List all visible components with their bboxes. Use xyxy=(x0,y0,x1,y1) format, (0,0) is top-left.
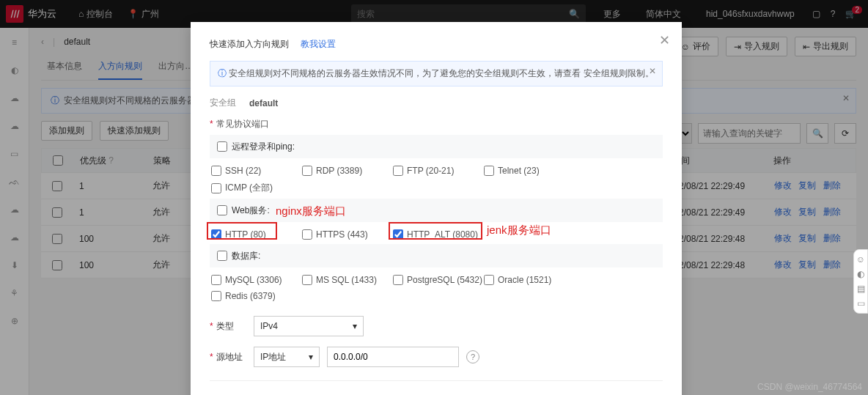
port-checkbox[interactable] xyxy=(393,229,403,240)
port-option: Oracle (1521) xyxy=(484,272,575,288)
close-icon[interactable]: ✕ xyxy=(649,66,656,76)
src-label: 源地址 xyxy=(216,352,243,362)
port-label: FTP (20-21) xyxy=(407,166,454,176)
port-option: ICMP (全部) xyxy=(211,179,302,197)
port-checkbox[interactable] xyxy=(393,275,403,285)
port-option: HTTPS (443) xyxy=(302,226,393,243)
port-checkbox[interactable] xyxy=(302,229,312,240)
teach-link[interactable]: 教我设置 xyxy=(301,39,336,49)
port-label: HTTPS (443) xyxy=(316,229,368,240)
port-checkbox[interactable] xyxy=(484,166,494,176)
port-checkbox[interactable] xyxy=(484,275,494,285)
ports-label: 常见协议端口 xyxy=(216,119,269,129)
modal-title: 快速添加入方向规则 教我设置 xyxy=(210,37,663,51)
limit-link[interactable]: 安全组规则限制。 xyxy=(584,68,654,78)
port-label: HTTP (80) xyxy=(225,229,266,240)
group-web-checkbox[interactable] xyxy=(217,205,227,215)
float-icon-1[interactable]: ☺ xyxy=(856,254,866,265)
src-type-select[interactable]: IP地址▾ xyxy=(254,347,320,367)
quick-add-modal: ✕ 快速添加入方向规则 教我设置 ⓘ 安全组规则对不同规格的云服务器生效情况不同… xyxy=(191,22,682,395)
group-db-checkbox[interactable] xyxy=(217,251,227,261)
anno-jenk: jenk服务端口 xyxy=(487,224,551,237)
port-checkbox[interactable] xyxy=(211,166,221,176)
port-option: MySQL (3306) xyxy=(211,272,302,288)
port-label: SSH (22) xyxy=(225,166,261,176)
port-label: RDP (3389) xyxy=(316,166,362,176)
port-checkbox[interactable] xyxy=(211,291,221,301)
port-option: PostgreSQL (5432) xyxy=(393,272,484,288)
port-label: ICMP (全部) xyxy=(225,182,273,194)
port-label: PostgreSQL (5432) xyxy=(407,275,482,285)
modal-info: ⓘ 安全组规则对不同规格的云服务器生效情况不同，为了避免您的安全组规则不生效，请… xyxy=(210,61,663,86)
chevron-down-icon: ▾ xyxy=(309,352,313,362)
anno-nginx: nginx服务端口 xyxy=(276,204,346,218)
close-icon[interactable]: ✕ xyxy=(659,32,670,48)
port-checkbox[interactable] xyxy=(302,166,312,176)
port-label: HTTP_ALT (8080) xyxy=(407,229,478,240)
port-checkbox[interactable] xyxy=(211,183,221,193)
port-checkbox[interactable] xyxy=(211,229,221,240)
help-icon[interactable]: ? xyxy=(466,350,479,363)
group-remote-checkbox[interactable] xyxy=(217,141,227,152)
port-label: MS SQL (1433) xyxy=(316,275,377,285)
side-floater: ☺ ◐ ▤ ▭ xyxy=(853,249,868,314)
type-label: 类型 xyxy=(216,321,234,331)
float-icon-2[interactable]: ◐ xyxy=(856,269,866,279)
group-db: 数据库: xyxy=(210,244,663,267)
port-label: Telnet (23) xyxy=(498,166,540,176)
port-checkbox[interactable] xyxy=(302,275,312,285)
port-option: MS SQL (1433) xyxy=(302,272,393,288)
sg-value: default xyxy=(249,98,278,108)
port-label: Redis (6379) xyxy=(225,291,276,301)
float-icon-3[interactable]: ▤ xyxy=(856,284,866,294)
port-label: Oracle (1521) xyxy=(498,275,551,285)
divider xyxy=(210,380,663,381)
info-icon: ⓘ xyxy=(218,68,227,78)
type-select[interactable]: IPv4▾ xyxy=(254,316,364,336)
sg-label: 安全组 xyxy=(210,97,236,109)
port-option: SSH (22) xyxy=(211,163,302,179)
chevron-down-icon: ▾ xyxy=(353,321,357,331)
port-label: MySQL (3306) xyxy=(225,275,282,285)
port-checkbox[interactable] xyxy=(393,166,403,176)
group-remote: 远程登录和ping: xyxy=(210,135,663,158)
port-option: HTTP_ALT (8080) xyxy=(393,226,484,243)
src-input[interactable] xyxy=(327,347,459,367)
float-icon-4[interactable]: ▭ xyxy=(856,298,866,309)
watermark: CSDN @weixin_46774564 xyxy=(757,382,862,392)
port-checkbox[interactable] xyxy=(211,275,221,285)
port-option: FTP (20-21) xyxy=(393,163,484,179)
port-option: HTTP (80) xyxy=(211,226,302,243)
port-option: Telnet (23) xyxy=(484,163,575,179)
port-option: Redis (6379) xyxy=(211,288,302,304)
port-option: RDP (3389) xyxy=(302,163,393,179)
